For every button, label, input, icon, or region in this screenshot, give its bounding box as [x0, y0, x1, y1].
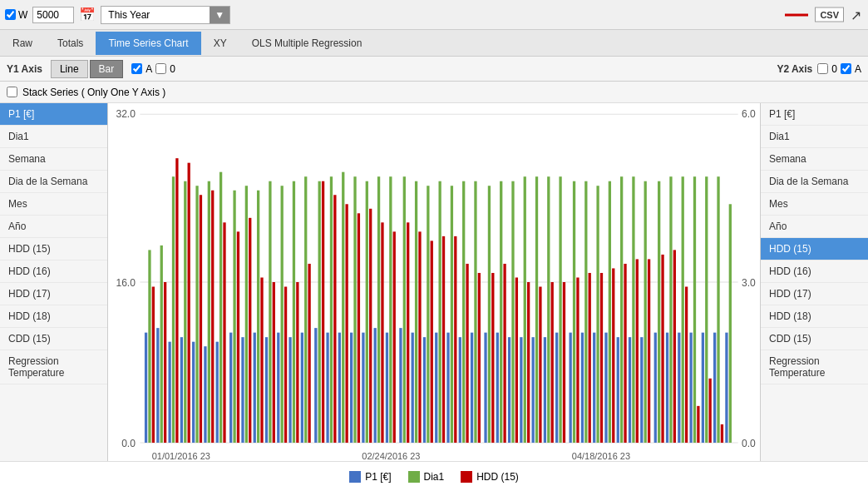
svg-rect-124 [596, 186, 599, 443]
w-input[interactable] [32, 7, 74, 23]
line-button[interactable]: Line [51, 60, 88, 78]
svg-rect-72 [386, 333, 388, 443]
stack-series-checkbox[interactable] [7, 87, 17, 97]
svg-text:3.0: 3.0 [742, 277, 756, 289]
right-sidebar-item-hdd15[interactable]: HDD (15) [761, 238, 868, 260]
left-sidebar-item-ano[interactable]: Año [0, 216, 107, 238]
left-sidebar-item-p1[interactable]: P1 [€] [0, 103, 107, 126]
expand-icon[interactable]: ↗ [851, 7, 861, 22]
svg-rect-76 [403, 176, 406, 443]
svg-rect-152 [709, 379, 712, 443]
right-sidebar-item-semana[interactable]: Semana [761, 148, 868, 171]
legend-label-p1: P1 [€] [365, 471, 391, 483]
tab-ols[interactable]: OLS Multiple Regression [239, 32, 375, 55]
svg-rect-134 [636, 259, 639, 443]
y1-check-0-checkbox[interactable] [155, 63, 166, 74]
svg-rect-78 [412, 333, 414, 443]
right-sidebar-item-hdd17[interactable]: HDD (17) [761, 283, 868, 305]
svg-rect-119 [576, 277, 579, 442]
svg-rect-99 [496, 333, 499, 443]
y2-axis-label: Y2 Axis [777, 63, 812, 75]
left-sidebar-item-hdd17[interactable]: HDD (17) [0, 283, 107, 305]
svg-rect-47 [284, 287, 287, 443]
w-checkbox[interactable] [5, 9, 16, 20]
svg-rect-148 [693, 176, 696, 443]
svg-rect-79 [415, 181, 417, 443]
left-sidebar-item-dia1[interactable]: Dia1 [0, 126, 107, 148]
svg-rect-117 [570, 333, 572, 443]
left-sidebar-item-dia-semana[interactable]: Dia de la Semana [0, 171, 107, 193]
bar-button[interactable]: Bar [90, 60, 124, 78]
left-sidebar-item-hdd16[interactable]: HDD (16) [0, 260, 107, 283]
svg-rect-48 [289, 337, 291, 443]
svg-rect-121 [584, 181, 587, 443]
svg-rect-129 [617, 337, 619, 443]
svg-rect-52 [304, 176, 307, 443]
date-dropdown-button[interactable]: ▼ [210, 7, 229, 23]
svg-rect-77 [407, 222, 409, 443]
svg-rect-45 [277, 333, 279, 443]
right-sidebar-item-p1[interactable]: P1 [€] [761, 103, 868, 126]
right-sidebar-item-dia1[interactable]: Dia1 [761, 126, 868, 148]
svg-rect-105 [520, 337, 522, 443]
svg-rect-61 [342, 172, 344, 443]
csv-button[interactable]: CSV [815, 7, 844, 22]
date-dropdown[interactable]: This Year ▼ [101, 6, 230, 24]
svg-rect-38 [249, 218, 251, 443]
tab-raw[interactable]: Raw [0, 32, 45, 55]
svg-rect-16 [160, 246, 163, 443]
svg-rect-51 [301, 333, 303, 443]
svg-rect-104 [515, 277, 518, 442]
svg-rect-87 [446, 333, 449, 443]
svg-rect-21 [180, 337, 183, 443]
svg-rect-157 [729, 204, 732, 443]
svg-rect-82 [427, 186, 429, 443]
svg-rect-135 [640, 337, 643, 443]
svg-rect-24 [192, 342, 195, 443]
right-sidebar-item-hdd16[interactable]: HDD (16) [761, 260, 868, 283]
svg-rect-97 [488, 186, 491, 443]
right-sidebar-item-mes[interactable]: Mes [761, 193, 868, 216]
calendar-icon[interactable]: 📅 [79, 7, 96, 22]
tab-totals[interactable]: Totals [45, 32, 96, 55]
y2-check-0-checkbox[interactable] [817, 63, 828, 74]
left-sidebar-item-semana[interactable]: Semana [0, 148, 107, 171]
y2-check-a-checkbox[interactable] [841, 63, 851, 74]
svg-rect-116 [563, 282, 565, 443]
y1-checkbox-area: A 0 [131, 63, 175, 75]
svg-rect-138 [654, 333, 657, 443]
top-bar-left: W 📅 This Year ▼ [5, 6, 230, 24]
svg-rect-42 [265, 337, 268, 443]
svg-text:6.0: 6.0 [742, 108, 756, 120]
right-sidebar-item-reg-temp[interactable]: Regression Temperature [761, 350, 868, 384]
legend-color-hdd15 [461, 471, 472, 483]
top-bar-right: CSV ↗ [785, 7, 861, 22]
legend-item-dia1: Dia1 [408, 471, 445, 483]
left-sidebar-item-reg-temp[interactable]: Regression Temperature [0, 350, 107, 384]
left-sidebar-item-cdd15[interactable]: CDD (15) [0, 328, 107, 350]
svg-rect-139 [658, 181, 660, 443]
tab-xy[interactable]: XY [201, 32, 239, 55]
right-sidebar-item-hdd18[interactable]: HDD (18) [761, 305, 868, 328]
svg-rect-122 [589, 273, 591, 443]
svg-rect-150 [702, 333, 704, 443]
right-sidebar-item-dia-semana[interactable]: Dia de la Semana [761, 171, 868, 193]
right-sidebar-item-cdd15[interactable]: CDD (15) [761, 328, 868, 350]
right-sidebar-item-ano[interactable]: Año [761, 216, 868, 238]
svg-rect-147 [689, 333, 692, 443]
left-sidebar-item-hdd15[interactable]: HDD (15) [0, 238, 107, 260]
left-sidebar-item-mes[interactable]: Mes [0, 193, 107, 216]
svg-rect-54 [314, 328, 317, 443]
svg-rect-127 [609, 181, 611, 443]
tab-time-series[interactable]: Time Series Chart [96, 32, 200, 55]
svg-rect-14 [152, 287, 155, 443]
svg-rect-20 [175, 158, 178, 443]
svg-rect-145 [682, 176, 684, 443]
legend-item-p1: P1 [€] [349, 471, 391, 483]
y1-axis-label: Y1 Axis [7, 63, 42, 75]
svg-rect-23 [188, 163, 190, 443]
svg-rect-41 [260, 277, 263, 442]
y1-check-a-checkbox[interactable] [131, 63, 142, 74]
left-sidebar-item-hdd18[interactable]: HDD (18) [0, 305, 107, 328]
svg-rect-56 [322, 181, 324, 443]
